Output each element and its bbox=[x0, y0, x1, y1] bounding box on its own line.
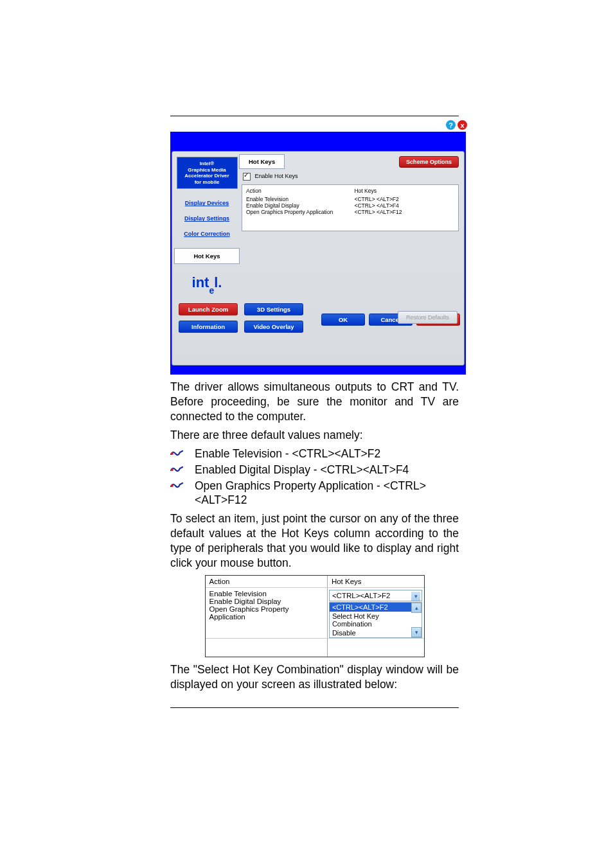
enable-hotkeys-row[interactable]: Enable Hot Keys bbox=[243, 173, 458, 181]
table-cell: Enable Television bbox=[246, 196, 354, 202]
dropdown-option[interactable]: Select Hot Key Combination bbox=[330, 612, 422, 628]
dropdown-option[interactable]: Disable bbox=[330, 628, 422, 637]
scheme-options-button[interactable]: Scheme Options bbox=[399, 156, 459, 168]
enable-hotkeys-label: Enable Hot Keys bbox=[255, 173, 298, 179]
sidebar: Intel® Graphics Media Accelerator Driver… bbox=[172, 152, 242, 298]
video-overlay-button[interactable]: Video Overlay bbox=[244, 321, 303, 333]
svg-point-0 bbox=[171, 452, 173, 455]
sidebar-link-display-devices[interactable]: Display Devices bbox=[185, 200, 229, 206]
bottom-rule bbox=[170, 707, 459, 708]
wave-icon bbox=[170, 481, 183, 489]
fig2-row: Enable Digital Display bbox=[209, 598, 323, 605]
table-head-hotkeys: Hot Keys bbox=[354, 188, 454, 194]
paragraph: The driver allows simultaneous outputs t… bbox=[170, 380, 459, 424]
help-icon[interactable]: ? bbox=[446, 120, 456, 130]
hotkeys-header: Hot Keys bbox=[239, 154, 285, 169]
fig2-head-action: Action bbox=[206, 576, 328, 587]
combo-value: <CTRL><ALT>F2 bbox=[332, 592, 391, 599]
paragraph: The "Select Hot Key Combination" display… bbox=[170, 662, 459, 692]
hotkey-dropdown[interactable]: <CTRL><ALT>F2 Select Hot Key Combination… bbox=[329, 602, 423, 638]
scroll-down-icon[interactable]: ▾ bbox=[411, 627, 422, 637]
sidebar-link-color-correction[interactable]: Color Correction bbox=[184, 231, 230, 237]
svg-point-1 bbox=[171, 468, 173, 471]
restore-defaults-button[interactable]: Restore Defaults bbox=[398, 311, 458, 324]
ok-button[interactable]: OK bbox=[321, 314, 365, 326]
table-cell[interactable]: <CTRL> <ALT>F4 bbox=[354, 202, 454, 209]
table-cell: Enable Digital Display bbox=[246, 202, 354, 209]
fig2-row: Enable Television bbox=[209, 590, 323, 598]
table-cell[interactable]: <CTRL> <ALT>F2 bbox=[354, 196, 454, 202]
dropdown-option[interactable]: <CTRL><ALT>F2 bbox=[330, 603, 422, 612]
list-item: Enable Television - <CTRL><ALT>F2 bbox=[170, 447, 459, 461]
fig2-row: Open Graphics Property Application bbox=[209, 605, 323, 621]
hotkey-combo[interactable]: <CTRL><ALT>F2 ▾ bbox=[329, 590, 423, 601]
list-item: Enabled Digital Display - <CTRL><ALT>F4 bbox=[170, 463, 459, 477]
table-head-action: Action bbox=[246, 188, 354, 194]
table-cell: Open Graphics Property Application bbox=[246, 209, 354, 215]
wave-icon bbox=[170, 449, 183, 457]
3d-settings-button[interactable]: 3D Settings bbox=[244, 303, 303, 315]
chevron-down-icon[interactable]: ▾ bbox=[411, 592, 420, 601]
bullet-list: Enable Television - <CTRL><ALT>F2 Enable… bbox=[170, 447, 459, 508]
list-item: Open Graphics Property Application - <CT… bbox=[170, 479, 459, 508]
table-cell[interactable]: <CTRL> <ALT>F12 bbox=[354, 209, 454, 215]
paragraph: There are three default values namely: bbox=[170, 428, 459, 443]
dropdown-figure: Action Hot Keys Enable Television Enable… bbox=[205, 575, 425, 657]
hotkeys-table: Action Hot Keys Enable Television <CTRL>… bbox=[242, 184, 459, 231]
wave-icon bbox=[170, 465, 183, 473]
brand-box: Intel® Graphics Media Accelerator Driver… bbox=[177, 157, 238, 189]
fig2-head-hotkeys: Hot Keys bbox=[328, 576, 424, 587]
sidebar-link-display-settings[interactable]: Display Settings bbox=[184, 215, 229, 222]
enable-hotkeys-checkbox[interactable] bbox=[243, 173, 251, 181]
information-button[interactable]: Information bbox=[179, 321, 238, 333]
launch-zoom-button[interactable]: Launch Zoom bbox=[179, 303, 238, 315]
sidebar-tab-hotkeys[interactable]: Hot Keys bbox=[174, 248, 240, 264]
scroll-up-icon[interactable]: ▴ bbox=[411, 603, 422, 613]
intel-dialog-figure: ? x Intel® Graphics Media Accelerator Dr… bbox=[170, 132, 466, 375]
dialog-main: Hot Keys Scheme Options Enable Hot Keys … bbox=[242, 152, 464, 298]
dialog-window: Intel® Graphics Media Accelerator Driver… bbox=[172, 151, 465, 366]
paragraph: To select an item, just point the cursor… bbox=[170, 511, 459, 571]
intel-logo: intel. bbox=[192, 274, 222, 292]
svg-point-2 bbox=[171, 484, 173, 487]
top-rule bbox=[170, 116, 459, 116]
close-icon[interactable]: x bbox=[458, 120, 467, 130]
